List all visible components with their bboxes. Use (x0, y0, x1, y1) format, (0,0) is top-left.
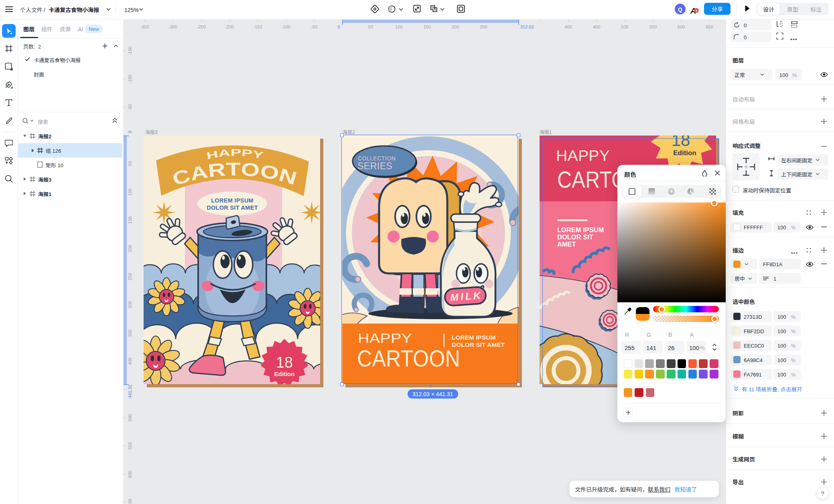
svg-text:Edition: Edition (274, 369, 295, 378)
svg-text:18: 18 (276, 350, 293, 372)
svg-text:DOLOR SIT AMET: DOLOR SIT AMET (207, 203, 258, 211)
